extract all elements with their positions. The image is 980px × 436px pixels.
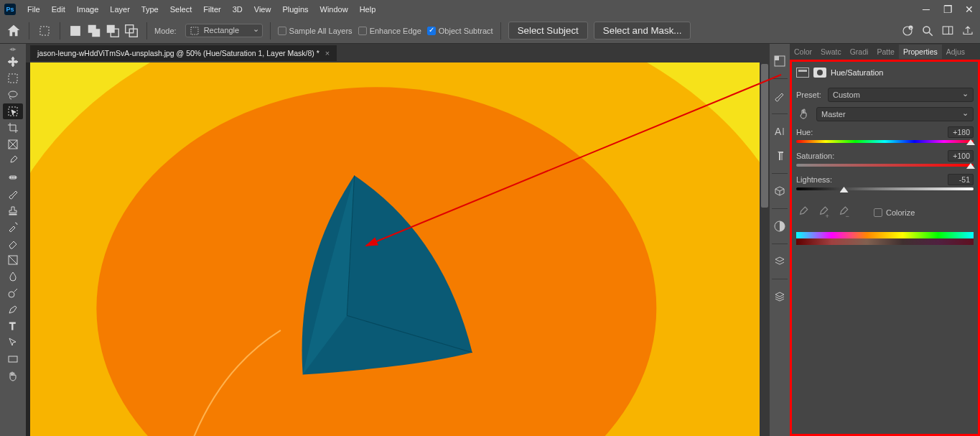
select-and-mask-button[interactable]: Select and Mask... bbox=[594, 22, 691, 40]
tab-patterns[interactable]: Patte bbox=[872, 45, 899, 59]
layer-mask-icon[interactable] bbox=[813, 68, 826, 78]
vertical-scrollbar[interactable] bbox=[760, 62, 770, 436]
preset-select[interactable]: Custom bbox=[828, 88, 974, 102]
preset-value: Custom bbox=[833, 91, 860, 99]
tool-preset-picker[interactable] bbox=[37, 23, 52, 39]
dock-brushes-icon[interactable] bbox=[773, 89, 787, 103]
healing-tool[interactable] bbox=[3, 170, 23, 185]
menu-select[interactable]: Select bbox=[164, 2, 198, 17]
type-tool[interactable]: T bbox=[3, 318, 23, 334]
right-panel-tabs: Color Swatc Gradi Patte Properties Adjus bbox=[790, 44, 980, 60]
search-icon[interactable] bbox=[921, 24, 934, 37]
tab-adjustments[interactable]: Adjus bbox=[942, 45, 969, 59]
menu-view[interactable]: View bbox=[248, 2, 277, 17]
hue-slider-thumb[interactable] bbox=[966, 139, 975, 145]
home-button[interactable] bbox=[6, 23, 22, 39]
document-tab[interactable]: jason-leung-wHddViTmSvA-unsplash.jpg @ 5… bbox=[30, 45, 337, 61]
svg-point-23 bbox=[10, 177, 11, 178]
left-expand-strip[interactable]: ◂▸ bbox=[0, 45, 26, 53]
eyedropper-set-icon[interactable] bbox=[796, 206, 809, 219]
marquee-tool[interactable] bbox=[3, 70, 23, 86]
lightness-slider[interactable] bbox=[796, 187, 974, 190]
selection-subtract[interactable] bbox=[105, 23, 121, 39]
workspace-icon[interactable] bbox=[941, 24, 954, 37]
object-subtract-checkbox[interactable]: Object Subtract bbox=[427, 27, 493, 35]
sample-all-layers-checkbox[interactable]: Sample All Layers bbox=[278, 27, 353, 35]
eraser-tool[interactable] bbox=[3, 236, 23, 251]
menu-edit[interactable]: Edit bbox=[46, 2, 71, 17]
eyedropper-subtract-icon[interactable]: − bbox=[836, 206, 849, 219]
eyedropper-add-icon[interactable]: + bbox=[816, 206, 829, 219]
colorize-checkbox[interactable]: Colorize bbox=[874, 208, 915, 217]
menu-file[interactable]: File bbox=[22, 2, 46, 17]
gradient-tool[interactable] bbox=[3, 252, 23, 268]
hue-slider[interactable] bbox=[796, 140, 974, 143]
restore-button[interactable]: ❐ bbox=[941, 4, 954, 15]
enhance-edge-checkbox[interactable]: Enhance Edge bbox=[358, 27, 421, 35]
dock-character-icon[interactable]: A bbox=[773, 124, 787, 139]
hue-value[interactable]: +180 bbox=[948, 126, 974, 138]
cloud-documents-icon[interactable]: + bbox=[901, 24, 914, 37]
selection-new[interactable] bbox=[67, 23, 83, 39]
select-subject-button[interactable]: Select Subject bbox=[508, 22, 588, 40]
object-selection-tool[interactable] bbox=[3, 103, 23, 119]
document-tab-close[interactable]: × bbox=[325, 49, 330, 57]
preset-label: Preset: bbox=[796, 91, 823, 99]
saturation-slider[interactable] bbox=[796, 164, 974, 167]
hand-tool[interactable] bbox=[3, 368, 23, 384]
rectangle-tool[interactable] bbox=[3, 351, 23, 367]
svg-line-13 bbox=[929, 32, 933, 36]
channel-select[interactable]: Master bbox=[816, 107, 974, 121]
menu-3d[interactable]: 3D bbox=[227, 2, 248, 17]
scrollbar-thumb[interactable] bbox=[761, 64, 768, 208]
selection-intersect[interactable] bbox=[123, 23, 139, 39]
dock-layers-icon[interactable] bbox=[773, 289, 787, 304]
saturation-value[interactable]: +100 bbox=[948, 150, 974, 162]
menu-type[interactable]: Type bbox=[136, 2, 164, 17]
mode-select[interactable]: Rectangle bbox=[185, 24, 263, 37]
menu-image[interactable]: Image bbox=[71, 2, 105, 17]
object-subtract-label: Object Subtract bbox=[439, 27, 493, 35]
dodge-tool[interactable] bbox=[3, 285, 23, 301]
dock-libraries-icon[interactable] bbox=[773, 254, 787, 269]
lightness-slider-thumb[interactable] bbox=[840, 187, 849, 193]
saturation-slider-thumb[interactable] bbox=[966, 163, 975, 169]
dock-3d-icon[interactable] bbox=[773, 184, 787, 198]
svg-text:T: T bbox=[9, 320, 16, 332]
svg-text:A: A bbox=[775, 126, 782, 137]
path-selection-tool[interactable] bbox=[3, 335, 23, 351]
lightness-value[interactable]: -51 bbox=[948, 174, 974, 185]
blur-tool[interactable] bbox=[3, 269, 23, 284]
dock-color-panel-icon[interactable] bbox=[773, 54, 787, 68]
right-dock: A bbox=[770, 44, 790, 436]
tab-gradients[interactable]: Gradi bbox=[846, 45, 873, 59]
selection-add[interactable] bbox=[86, 23, 102, 39]
lasso-tool[interactable] bbox=[3, 87, 23, 103]
history-brush-tool[interactable] bbox=[3, 219, 23, 235]
share-icon[interactable] bbox=[961, 24, 974, 37]
eyedropper-tool[interactable] bbox=[3, 153, 23, 169]
dock-adjustments-icon[interactable] bbox=[773, 219, 787, 233]
minimize-button[interactable]: ─ bbox=[920, 4, 933, 15]
menu-filter[interactable]: Filter bbox=[197, 2, 226, 17]
tab-swatches[interactable]: Swatc bbox=[816, 45, 846, 59]
menu-plugins[interactable]: Plugins bbox=[276, 2, 314, 17]
close-window-button[interactable]: ✕ bbox=[963, 4, 976, 15]
stamp-tool[interactable] bbox=[3, 203, 23, 218]
tab-properties[interactable]: Properties bbox=[899, 45, 942, 59]
menu-window[interactable]: Window bbox=[314, 2, 354, 17]
svg-rect-0 bbox=[40, 27, 49, 35]
sample-all-label: Sample All Layers bbox=[289, 27, 353, 35]
dock-paragraph-icon[interactable] bbox=[773, 149, 787, 163]
brush-tool[interactable] bbox=[3, 186, 23, 202]
menu-help[interactable]: Help bbox=[354, 2, 382, 17]
move-tool[interactable] bbox=[3, 54, 23, 70]
targeted-adjustment-icon[interactable] bbox=[796, 106, 812, 122]
frame-tool[interactable] bbox=[3, 136, 23, 152]
crop-tool[interactable] bbox=[3, 120, 23, 136]
svg-point-25 bbox=[14, 177, 16, 178]
menu-layer[interactable]: Layer bbox=[104, 2, 136, 17]
pen-tool[interactable] bbox=[3, 302, 23, 317]
document-canvas[interactable] bbox=[30, 62, 760, 436]
tab-color[interactable]: Color bbox=[790, 45, 816, 59]
